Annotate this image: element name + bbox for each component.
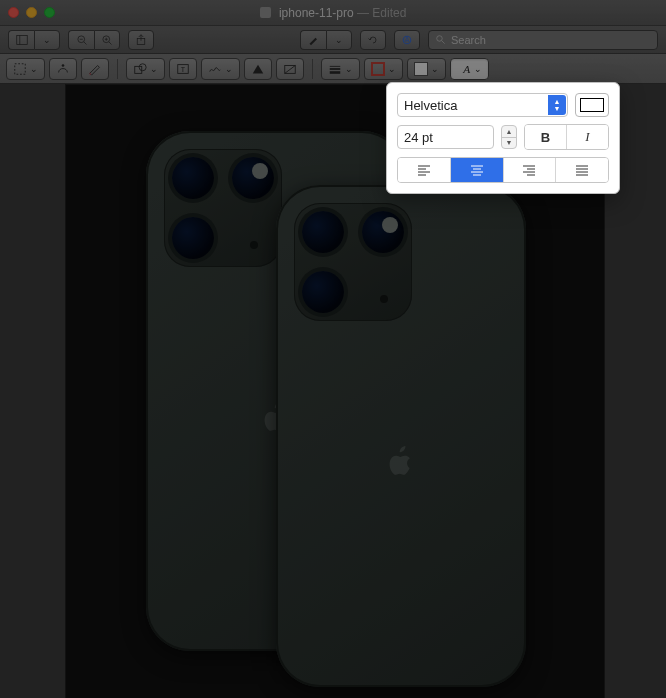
font-size-stepper[interactable]: ▲ ▼ [501, 125, 517, 149]
text-color-well[interactable] [575, 93, 609, 117]
font-family-value: Helvetica [404, 98, 457, 113]
align-right-button[interactable] [504, 158, 557, 182]
bold-button[interactable]: B [525, 125, 567, 149]
align-center-button[interactable] [451, 158, 504, 182]
text-style-popover: Helvetica ▲▼ 24 pt ▲ ▼ B I U [386, 82, 620, 194]
font-size-field[interactable]: 24 pt [397, 125, 494, 149]
font-size-value: 24 pt [404, 130, 433, 145]
font-size-increase[interactable]: ▲ [502, 126, 516, 138]
font-size-decrease[interactable]: ▼ [502, 138, 516, 149]
italic-button[interactable]: I [567, 125, 609, 149]
font-select-stepper[interactable]: ▲▼ [548, 95, 566, 115]
font-family-select[interactable]: Helvetica ▲▼ [397, 93, 568, 117]
align-left-button[interactable] [398, 158, 451, 182]
align-justify-button[interactable] [556, 158, 608, 182]
text-style-segmented: B I U [524, 124, 609, 150]
text-align-segmented [397, 157, 609, 183]
